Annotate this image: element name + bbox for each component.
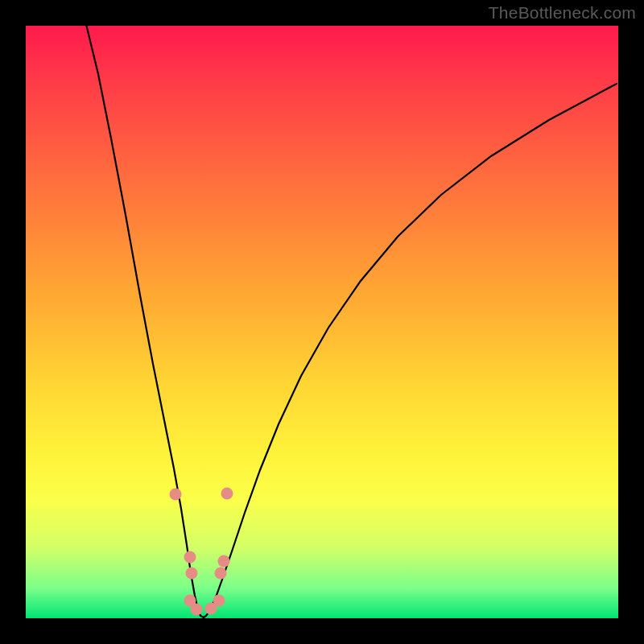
dots-group xyxy=(170,488,233,616)
plot-area xyxy=(26,26,618,618)
curves-svg xyxy=(26,26,618,618)
curve-left-arm xyxy=(85,21,204,617)
data-dot xyxy=(221,488,233,500)
data-dot xyxy=(184,551,196,564)
data-dot xyxy=(213,595,225,607)
chart-frame: TheBottleneck.com xyxy=(0,0,644,644)
data-dot xyxy=(218,555,230,568)
watermark-text: TheBottleneck.com xyxy=(489,3,636,23)
data-dot xyxy=(186,568,198,580)
data-dot xyxy=(191,604,203,616)
curve-right-arm xyxy=(204,84,617,617)
data-dot xyxy=(170,489,182,501)
data-dot xyxy=(215,568,227,580)
